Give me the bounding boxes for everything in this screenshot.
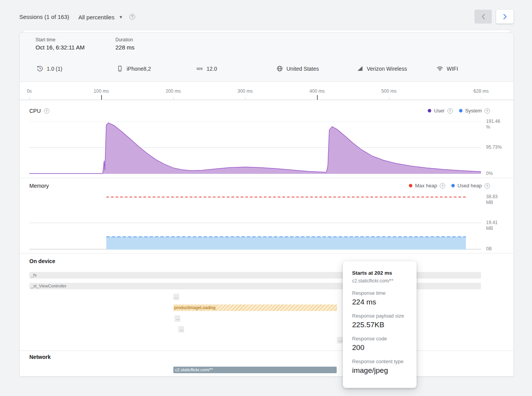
bar-label: productImageLoading <box>173 305 217 310</box>
cpu-y-max-label: 191.46 % <box>486 119 505 130</box>
session-detail-page: Sessions (1 of 163) All percentiles ▼ ? … <box>0 0 532 396</box>
response-time-value: 224 ms <box>352 298 407 306</box>
app-version-attribute: 1.0 (1) <box>36 56 62 82</box>
memory-legend: Max heap ? Used heap ? <box>409 183 490 189</box>
response-code-label: Response code <box>352 336 407 342</box>
help-icon[interactable]: ? <box>440 183 445 189</box>
timeline-tick-mark <box>101 95 102 100</box>
globe-icon <box>276 65 283 72</box>
cell-signal-icon <box>356 65 363 72</box>
sessions-count-label: Sessions (1 of 163) <box>19 14 69 20</box>
timeline-tick-label: 0s <box>27 88 32 94</box>
prev-session-button[interactable] <box>474 10 492 24</box>
wifi-icon <box>436 65 443 72</box>
chevron-down-icon: ▼ <box>119 15 123 19</box>
timeline-tick-mark <box>481 97 481 100</box>
radio-attribute: WIFI <box>436 56 458 82</box>
bar-label: ... <box>175 294 178 299</box>
trace-bar[interactable]: ... <box>337 337 343 343</box>
bar-label: _fs <box>31 273 37 277</box>
memory-chart <box>29 196 481 250</box>
legend-max-heap-label: Max heap <box>415 183 437 189</box>
memory-section: Memory Max heap ? Used heap ? <box>20 178 513 253</box>
response-code-value: 200 <box>352 343 407 352</box>
percentile-selector-label: All percentiles <box>78 14 114 20</box>
response-payload-value: 225.57KB <box>352 321 407 329</box>
legend-system-label: System <box>465 108 482 114</box>
timeline-axis: 0s100 ms200 ms300 ms400 ms500 ms628 ms <box>20 82 513 100</box>
trace-bar[interactable]: productImageLoading <box>173 304 337 311</box>
system-series-dot <box>459 109 463 112</box>
tooltip-title: Starts at 202 ms <box>352 270 407 276</box>
trace-bar[interactable]: ... <box>175 315 180 322</box>
memory-y-mid-label: 19.41 MB <box>486 220 505 231</box>
cpu-user-line <box>29 123 481 173</box>
radio-value: WIFI <box>447 66 458 72</box>
bar-label: c2.staticflickr.com/** <box>175 367 213 372</box>
cpu-legend: User ? System ? <box>428 108 490 114</box>
legend-used-heap-label: Used heap <box>457 183 482 189</box>
used-heap-band <box>106 237 466 250</box>
network-request-bar[interactable]: c2.staticflickr.com/** <box>173 367 337 373</box>
timeline-tick-mark <box>29 97 30 100</box>
max-heap-series-dot <box>409 184 412 187</box>
session-card: Start time Oct 16, 6:32:11 AM Duration 2… <box>19 32 514 377</box>
session-attributes: 1.0 (1) iPhone8,2 iOS 12.0 United States <box>20 56 513 82</box>
carrier-attribute: Verizon Wireless <box>356 56 407 82</box>
phone-icon <box>116 65 123 72</box>
on-device-bars: _fs_st_ViewController...productImageLoad… <box>20 253 513 350</box>
response-payload-label: Response payload size <box>352 313 407 319</box>
duration-label: Duration <box>115 37 134 42</box>
percentile-selector[interactable]: All percentiles ▼ <box>78 12 123 22</box>
cpu-y-min-label: 0% <box>486 171 505 177</box>
timeline-tick-mark <box>317 95 318 100</box>
memory-y-min-label: 0B <box>486 246 505 252</box>
response-time-label: Response time <box>352 290 407 296</box>
user-series-dot <box>428 109 431 112</box>
help-icon[interactable]: ? <box>129 14 135 20</box>
cpu-y-mid-label: 95.73% <box>486 144 505 150</box>
memory-y-max-label: 38.83 MB <box>486 194 505 206</box>
ios-icon: iOS <box>196 65 203 72</box>
legend-system: System ? <box>459 108 490 114</box>
help-icon[interactable]: ? <box>485 183 490 189</box>
trace-bar[interactable]: ... <box>178 326 184 333</box>
os-value: 12.0 <box>207 66 217 72</box>
app-version-history-icon <box>36 65 43 72</box>
help-icon[interactable]: ? <box>485 108 490 114</box>
duration-value: 228 ms <box>115 44 134 51</box>
chevron-right-icon <box>503 14 507 20</box>
start-time-label: Start time <box>36 37 85 42</box>
timeline-tick-label: 100 ms <box>94 88 109 94</box>
device-attribute: iPhone8,2 <box>116 56 151 82</box>
memory-title: Memory <box>29 183 49 189</box>
trace-bar[interactable]: ... <box>173 294 179 300</box>
country-attribute: United States <box>276 56 319 82</box>
next-session-button[interactable] <box>496 10 513 24</box>
cpu-section: CPU ? User ? System ? <box>20 100 513 178</box>
legend-used-heap: Used heap ? <box>451 183 490 189</box>
network-bars: c2.staticflickr.com/** <box>20 350 513 377</box>
tooltip-url: c2.staticflickr.com/** <box>352 278 407 284</box>
response-content-type-value: image/jpeg <box>352 366 407 375</box>
start-time-value: Oct 16, 6:32:11 AM <box>36 44 85 51</box>
used-heap-series-dot <box>451 184 455 187</box>
carrier-value: Verizon Wireless <box>367 66 407 72</box>
app-version-value: 1.0 (1) <box>47 66 62 72</box>
timeline-tick-label: 300 ms <box>237 88 252 94</box>
os-attribute: iOS 12.0 <box>196 56 217 82</box>
help-icon[interactable]: ? <box>44 108 49 114</box>
timeline-tick-label: 628 ms <box>473 88 488 94</box>
timeline-tick-mark <box>389 97 390 100</box>
legend-user: User ? <box>428 108 452 114</box>
on-device-section: On device _fs_st_ViewController...produc… <box>20 253 513 351</box>
chevron-left-icon <box>481 14 485 20</box>
help-icon[interactable]: ? <box>447 108 453 114</box>
bar-label: ... <box>176 316 180 321</box>
bar-label: _st_ViewController <box>31 284 66 288</box>
timeline-tick-label: 200 ms <box>166 88 181 94</box>
response-content-type-label: Response content type <box>352 359 407 364</box>
request-tooltip: Starts at 202 ms c2.staticflickr.com/** … <box>343 261 417 388</box>
legend-max-heap: Max heap ? <box>409 183 445 189</box>
cpu-chart <box>29 121 481 174</box>
